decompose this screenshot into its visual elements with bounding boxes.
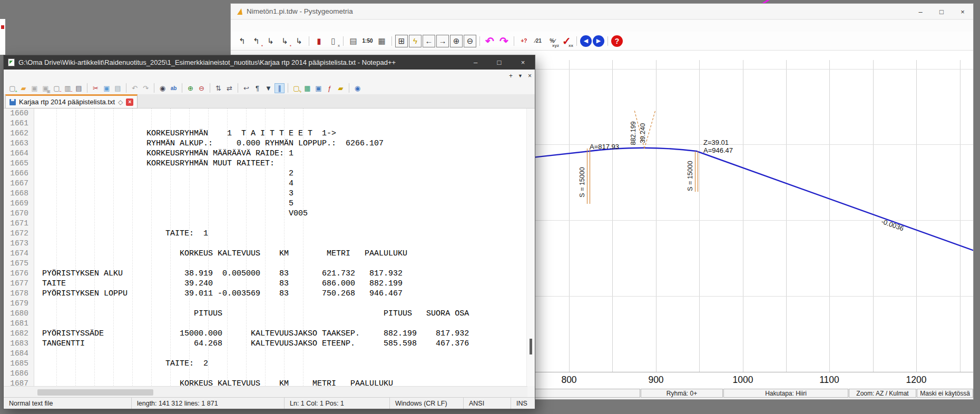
status-encoding[interactable]: ANSI: [464, 398, 511, 409]
doc-close-button[interactable]: ▯ x: [327, 34, 340, 47]
sync-horizontal-button[interactable]: ⇄: [224, 83, 234, 93]
find-button[interactable]: ◉: [158, 83, 168, 93]
macro-doc-button[interactable]: ▢ ϟ: [291, 83, 301, 93]
print-button[interactable]: ▤: [74, 83, 84, 93]
word-wrap-button[interactable]: ↩: [241, 83, 251, 93]
toolbar-button-badge: +: [15, 90, 17, 94]
minimize-button[interactable]: –: [464, 55, 487, 70]
status-insert-mode[interactable]: INS: [511, 398, 535, 409]
line-text[interactable]: V005: [37, 209, 308, 219]
folder-workspace-button[interactable]: ▰: [336, 83, 346, 93]
plot-frame-button[interactable]: ▦: [375, 34, 388, 47]
toolbar-separator: [288, 83, 288, 93]
line-text[interactable]: KORKEUSRYHMÄN MÄÄRÄÄVÄ RAIDE: 1: [37, 149, 293, 159]
line-text[interactable]: 3: [37, 189, 293, 199]
prev-element-button[interactable]: ◀: [580, 35, 592, 47]
sync-vertical-button[interactable]: ⇅: [213, 83, 223, 93]
profile-curve: [527, 148, 973, 251]
line-text[interactable]: PYÖRISTYKSEN ALKU 38.919 0.005000 83 621…: [37, 269, 403, 279]
notepadpp-titlebar[interactable]: G:\Oma Drive\Wiki-artikkelit\Raidenuotit…: [4, 55, 535, 70]
horizontal-scrollbar-thumb[interactable]: [37, 389, 153, 396]
close-button[interactable]: ×: [952, 4, 973, 19]
redo-button[interactable]: ↷: [497, 34, 511, 47]
horizontal-scrollbar[interactable]: [4, 386, 527, 398]
document-map-button[interactable]: ▣: [313, 83, 324, 93]
query-point-button[interactable]: +?: [517, 34, 531, 47]
line-text[interactable]: 2: [37, 169, 293, 179]
line-text[interactable]: KORKEUS KALTEVUUS KM METRI PAALULUKU: [37, 379, 393, 386]
save-button[interactable]: ▣: [30, 83, 40, 93]
fit-view-button[interactable]: ⊞: [395, 35, 408, 47]
help-button[interactable]: ?: [611, 35, 623, 47]
close-button[interactable]: ×: [511, 55, 535, 70]
red-book-button[interactable]: ▮: [312, 34, 326, 47]
check-geometry-button[interactable]: ✓ xx: [560, 34, 573, 47]
maximize-button[interactable]: □: [487, 55, 511, 70]
vertical-scrollbar-thumb[interactable]: [530, 339, 532, 354]
line-text[interactable]: PITUUS PITUUS SUORA OSA: [37, 309, 469, 319]
line-text[interactable]: TAITE: 1: [37, 229, 208, 239]
new-file-button[interactable]: ▢ +: [7, 83, 17, 93]
zoom-out-button[interactable]: ⊖: [197, 83, 207, 93]
line-text[interactable]: 4: [37, 179, 293, 189]
dynamic-zoom-button[interactable]: ϟ: [409, 35, 422, 47]
pin-tab-icon[interactable]: ◇: [118, 98, 123, 106]
point-number-button[interactable]: ∕21: [532, 34, 545, 47]
show-all-chars-button[interactable]: ¶: [252, 83, 262, 93]
close-tab-button-small[interactable]: ×: [528, 72, 532, 80]
pan-left-button[interactable]: ←: [423, 35, 435, 47]
new-tab-button[interactable]: +: [509, 72, 513, 80]
save-file-button[interactable]: ↳: [264, 34, 277, 47]
tab-list-dropdown[interactable]: ▼: [518, 73, 523, 78]
status-zoom: Zoom: AZ / Kulmat: [849, 389, 916, 398]
editor-line: 1663 RYHMÄN ALKUP.: 0.000 RYHMÄN LOPPUP.…: [4, 139, 527, 149]
tab-label: Karjaa rtp 2014 pääpistelista.txt: [19, 98, 115, 106]
pystygeometria-titlebar[interactable]: Nimetön1.pi.tdw - Pystygeometria – □ ×: [231, 4, 973, 19]
line-text[interactable]: TAITE: 2: [37, 359, 208, 369]
vertical-scrollbar[interactable]: [526, 109, 535, 386]
monitor-button[interactable]: ▦: [302, 83, 312, 93]
close-tab-button[interactable]: ×: [126, 98, 133, 106]
close-file-button[interactable]: ▢ −: [52, 83, 62, 93]
undo-button[interactable]: ↶: [483, 34, 496, 47]
replace-button[interactable]: ab: [169, 83, 179, 93]
close-all-button[interactable]: ▥ −: [63, 83, 73, 93]
open-file-2-button[interactable]: ↰ ▪: [250, 34, 263, 47]
line-text[interactable]: TANGENTTI 64.268 KALTEVUUSJAKSO ETEENP. …: [37, 339, 469, 349]
text-editor[interactable]: 1660 1661 1662 KORKEUSRYHMÄN 1 T A I T T…: [4, 109, 527, 386]
paste-button[interactable]: ▤: [113, 83, 123, 93]
next-element-button[interactable]: ▶: [593, 35, 604, 47]
zoom-out-button[interactable]: ⊖: [464, 35, 476, 47]
line-text[interactable]: TAITE 39.240 83 686.000 882.199: [37, 279, 403, 289]
open-file-button[interactable]: ↰: [236, 34, 249, 47]
line-text[interactable]: KORKEUSRYHMÄN MUUT RAITEET:: [37, 159, 275, 169]
line-text[interactable]: RYHMÄN ALKUP.: 0.000 RYHMÄN LOPPUP.: 626…: [37, 139, 384, 149]
line-text[interactable]: PYÖRISTYKSEN LOPPU 39.011 -0.003569 83 7…: [37, 289, 403, 299]
cut-button[interactable]: ✂: [91, 83, 101, 93]
xyz-measure-button[interactable]: %∕ xyz: [546, 34, 559, 47]
line-text[interactable]: 5: [37, 199, 293, 209]
export-file-button[interactable]: ↳: [292, 34, 306, 47]
open-file-button[interactable]: ▰: [18, 83, 28, 93]
status-eol-format[interactable]: Windows (CR LF): [390, 398, 464, 409]
scale-1-50-button[interactable]: 1:50: [361, 34, 374, 47]
view-eye-button[interactable]: ◉: [352, 83, 362, 93]
copy-button[interactable]: ▣: [102, 83, 112, 93]
maximize-button[interactable]: □: [931, 4, 952, 19]
redo-button[interactable]: ↷: [141, 83, 151, 93]
save-all-button[interactable]: ▣ ▣: [41, 83, 51, 93]
print-button[interactable]: ▤: [347, 34, 360, 47]
line-text[interactable]: KORKEUSRYHMÄN 1 T A I T T E E T 1->: [37, 129, 336, 139]
tab-karjaa-rtp-2014[interactable]: Karjaa rtp 2014 pääpistelista.txt ◇ ×: [5, 94, 138, 109]
undo-button[interactable]: ↶: [130, 83, 140, 93]
minimize-button[interactable]: –: [910, 4, 931, 19]
line-text[interactable]: PYÖRISTYSSÄDE 15000.000 KALTEVUUSJAKSO T…: [37, 329, 469, 339]
save-file-2-button[interactable]: ↳ ▪: [278, 34, 291, 47]
pan-right-button[interactable]: →: [436, 35, 449, 47]
indent-guide-button[interactable]: ∥: [275, 83, 285, 93]
show-symbol-dropdown[interactable]: ▼: [263, 83, 273, 93]
line-text[interactable]: KORKEUS KALTEVUUS KM METRI PAALULUKU: [37, 249, 407, 259]
function-list-button[interactable]: ƒ: [325, 83, 335, 93]
zoom-in-button[interactable]: ⊕: [185, 83, 195, 93]
zoom-in-button[interactable]: ⊕: [450, 35, 463, 47]
